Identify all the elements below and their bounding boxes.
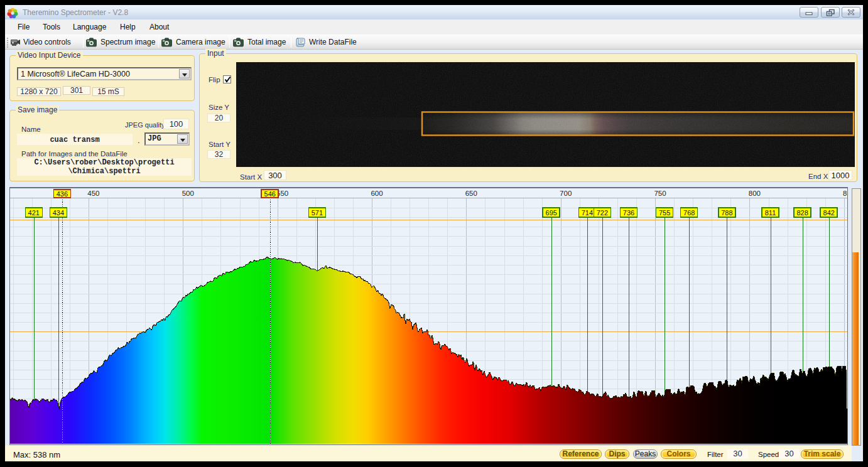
svg-text:421: 421 bbox=[28, 209, 40, 217]
svg-text:600: 600 bbox=[371, 190, 382, 197]
svg-text:450: 450 bbox=[87, 190, 99, 197]
svg-text:722: 722 bbox=[597, 209, 608, 217]
svg-text:571: 571 bbox=[312, 209, 323, 217]
svg-text:842: 842 bbox=[823, 209, 835, 217]
svg-text:650: 650 bbox=[465, 190, 477, 197]
svg-text:736: 736 bbox=[623, 209, 634, 217]
svg-text:714: 714 bbox=[582, 209, 593, 217]
svg-text:850: 850 bbox=[843, 190, 848, 197]
svg-text:828: 828 bbox=[796, 209, 808, 217]
svg-text:700: 700 bbox=[560, 190, 572, 197]
svg-text:800: 800 bbox=[749, 190, 761, 197]
svg-text:436: 436 bbox=[57, 190, 68, 198]
svg-text:755: 755 bbox=[659, 209, 670, 217]
svg-text:750: 750 bbox=[654, 190, 666, 197]
svg-text:546: 546 bbox=[264, 190, 276, 198]
svg-text:788: 788 bbox=[721, 209, 732, 217]
svg-text:811: 811 bbox=[765, 209, 776, 217]
svg-text:768: 768 bbox=[683, 209, 695, 217]
svg-text:500: 500 bbox=[182, 190, 194, 197]
svg-text:434: 434 bbox=[53, 209, 64, 217]
svg-text:695: 695 bbox=[546, 209, 557, 217]
